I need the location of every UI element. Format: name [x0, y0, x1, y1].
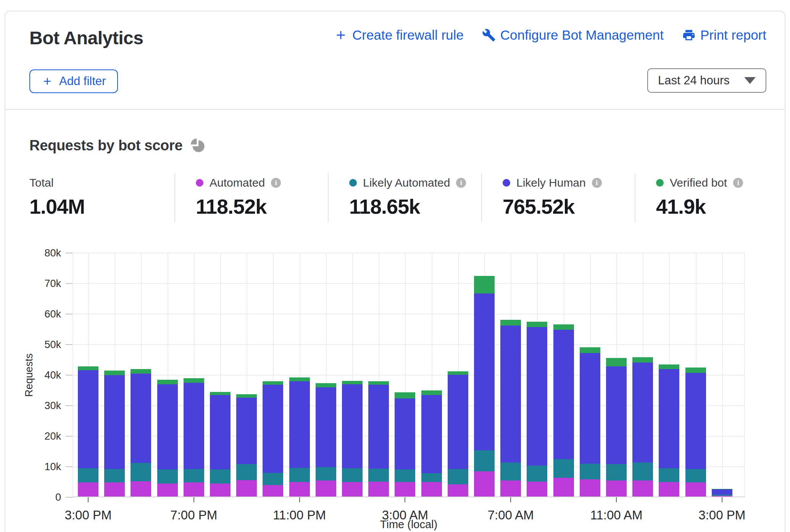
x-tick-label: 11:00 PM [254, 508, 345, 522]
y-grid-line [73, 344, 745, 345]
bar-5-00-am-14[interactable] [448, 371, 468, 497]
bar-segment-likely-automated [606, 464, 627, 480]
bar-6-00-am-15[interactable] [474, 276, 495, 497]
bar-5-00-pm-2[interactable] [131, 369, 151, 497]
action-print-report[interactable]: Print report [682, 27, 766, 43]
bar-7-00-am-16[interactable] [500, 320, 521, 497]
x-grid-line [722, 253, 723, 497]
bar-segment-likely-automated [157, 469, 178, 484]
bar-segment-likely-automated [553, 459, 574, 478]
time-range-select[interactable]: Last 24 hours [647, 68, 766, 93]
bar-1-00-pm-22[interactable] [659, 364, 679, 497]
stat-label: Total [29, 176, 53, 189]
bar-segment-likely-automated [368, 469, 389, 482]
bar-segment-automated [184, 482, 204, 497]
bar-segment-likely-human [474, 293, 495, 450]
legend-dot [503, 179, 510, 187]
bar-segment-verified-bot [184, 378, 204, 383]
bar-segment-verified-bot [474, 276, 495, 293]
bar-segment-likely-automated [184, 469, 204, 482]
bar-segment-automated [553, 478, 574, 497]
bar-10-00-am-19[interactable] [580, 347, 600, 497]
stat-label-row: Likely Automatedi [349, 175, 477, 191]
bar-12-00-am-9[interactable] [316, 383, 336, 497]
bar-2-00-am-11[interactable] [368, 381, 389, 497]
bar-4-00-am-13[interactable] [421, 390, 442, 497]
stat-label: Verified bot [670, 176, 727, 189]
bar-segment-likely-automated [448, 469, 468, 484]
bar-8-00-pm-5[interactable] [210, 392, 231, 497]
bar-segment-automated [659, 482, 679, 497]
bar-segment-likely-human [395, 398, 415, 469]
bot-analytics-card: Bot Analytics Create firewall ruleConfig… [5, 11, 785, 532]
y-tick-label: 80k [0, 246, 61, 260]
bar-segment-verified-bot [685, 368, 706, 373]
add-filter-label: Add filter [59, 74, 106, 88]
bar-segment-likely-human [289, 381, 310, 468]
bar-segment-likely-automated [263, 473, 283, 485]
bar-1-00-am-10[interactable] [342, 381, 363, 497]
bar-segment-likely-automated [659, 468, 679, 482]
bar-10-00-pm-7[interactable] [263, 381, 283, 497]
y-tick [66, 344, 73, 345]
stat-label-row: Verified boti [656, 175, 784, 191]
legend-dot [656, 179, 664, 187]
bar-12-00-pm-21[interactable] [632, 357, 653, 497]
bar-segment-likely-automated [342, 468, 363, 482]
bar-segment-verified-bot [316, 383, 336, 387]
bar-11-00-am-20[interactable] [606, 358, 627, 497]
x-tick [193, 497, 194, 502]
y-tick-label: 60k [0, 307, 61, 321]
bar-segment-likely-human [368, 385, 389, 469]
bar-4-00-pm-1[interactable] [104, 371, 125, 497]
bar-segment-verified-bot [289, 377, 310, 381]
bar-segment-likely-automated [685, 469, 706, 482]
bar-segment-automated [289, 482, 310, 497]
bar-segment-verified-bot [157, 380, 178, 384]
bar-segment-verified-bot [421, 390, 442, 395]
bar-segment-verified-bot [632, 357, 653, 363]
add-filter-button[interactable]: Add filter [29, 69, 118, 93]
action-label: Configure Bot Management [500, 27, 664, 43]
bar-segment-likely-human [184, 383, 204, 469]
bar-segment-automated [263, 485, 283, 497]
stat-label: Automated [210, 176, 265, 189]
bar-segment-verified-bot [131, 369, 151, 374]
bar-segment-likely-human [210, 395, 231, 469]
bar-segment-likely-automated [632, 463, 653, 480]
bar-segment-likely-human [580, 353, 600, 464]
bar-segment-likely-human [606, 366, 627, 464]
bar-segment-automated [685, 482, 706, 497]
bar-segment-verified-bot [368, 381, 389, 385]
bar-segment-likely-human [527, 327, 547, 466]
section-title-row: Requests by bot score [29, 137, 205, 154]
info-icon[interactable]: i [592, 178, 602, 188]
stat-label-row: Likely Humani [503, 175, 631, 191]
bar-3-00-pm-24[interactable] [712, 489, 732, 497]
bar-3-00-pm-0[interactable] [78, 366, 98, 497]
action-label: Print report [700, 27, 766, 43]
bar-8-00-am-17[interactable] [527, 322, 547, 497]
bar-9-00-pm-6[interactable] [236, 394, 257, 497]
bar-segment-automated [368, 482, 389, 497]
chevron-down-icon [744, 77, 756, 84]
page-title: Bot Analytics [29, 27, 143, 48]
info-icon[interactable]: i [271, 178, 281, 188]
action-create-firewall-rule[interactable]: Create firewall rule [334, 27, 464, 43]
stat-value: 41.9k [656, 195, 784, 218]
bar-3-00-am-12[interactable] [395, 392, 415, 497]
bar-segment-verified-bot [500, 320, 521, 326]
info-icon[interactable]: i [456, 178, 466, 188]
info-icon[interactable]: i [733, 178, 743, 188]
bar-segment-automated [131, 481, 151, 497]
stat-verified-bot: Verified boti41.9k [635, 173, 788, 222]
bar-9-00-am-18[interactable] [553, 324, 574, 497]
bar-segment-likely-human [236, 398, 257, 464]
bar-7-00-pm-4[interactable] [184, 378, 204, 497]
bar-2-00-pm-23[interactable] [685, 368, 706, 497]
bar-6-00-pm-3[interactable] [157, 380, 178, 497]
action-configure-bot-management[interactable]: Configure Bot Management [482, 27, 664, 43]
bar-segment-likely-human [78, 370, 98, 469]
section-title: Requests by bot score [29, 137, 182, 154]
bar-11-00-pm-8[interactable] [289, 377, 310, 497]
